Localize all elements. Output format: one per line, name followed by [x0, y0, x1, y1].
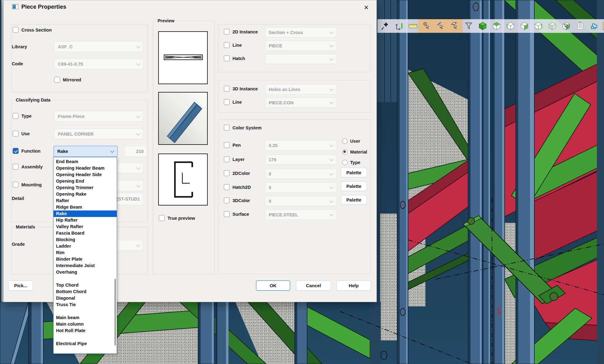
select-solid-cursor-icon[interactable] — [562, 21, 571, 31]
function-option-binder-plate[interactable]: Binder Plate — [54, 256, 117, 262]
snap-point-cursor-icon[interactable] — [422, 21, 432, 31]
cube-edge-icon[interactable] — [534, 21, 543, 31]
layer-checkbox[interactable] — [224, 156, 230, 162]
sketch-plane-cursor-icon[interactable] — [450, 21, 459, 31]
function-option-opening-header-side[interactable]: Opening Header Side — [54, 171, 117, 178]
function-select[interactable]: Rake — [54, 146, 118, 157]
library-select[interactable]: ASF_C — [54, 41, 144, 52]
hatch2d-label: Hatch2D — [232, 185, 251, 190]
pen-checkbox[interactable] — [224, 142, 230, 148]
function-option-opening-rake[interactable]: Opening Rake — [54, 191, 117, 197]
cross-section-checkbox[interactable] — [13, 27, 19, 33]
type-checkbox[interactable] — [13, 113, 19, 119]
application-window: Piece Properties ✕ Cross Section Library… — [0, 0, 604, 364]
function-option-blocking[interactable]: Blocking — [54, 236, 117, 243]
chevron-down-icon — [329, 198, 333, 202]
layer-stack-icon[interactable] — [589, 21, 599, 31]
use-select[interactable]: PANEL CORNER — [54, 128, 144, 139]
cube-outline-icon[interactable] — [506, 21, 515, 31]
shaded-cube-icon[interactable] — [548, 21, 557, 31]
mounting-checkbox[interactable] — [13, 182, 19, 188]
color-system-checkbox[interactable] — [224, 125, 230, 131]
function-dropdown[interactable]: End BeamOpening Header BeamOpening Heade… — [53, 157, 117, 354]
hatch2d-palette-button[interactable]: Palette — [341, 181, 367, 191]
close-icon[interactable]: ✕ — [360, 2, 372, 13]
function-option-truss-tie[interactable]: Truss Tie — [54, 301, 117, 308]
cube-top-face-icon[interactable] — [492, 21, 501, 31]
3d-line-select[interactable]: PIECE.CON — [265, 98, 337, 108]
filter-icon[interactable] — [464, 21, 473, 31]
radio-type[interactable] — [342, 160, 348, 165]
3d-instance-checkbox[interactable] — [224, 86, 230, 92]
2dcolor-select[interactable]: 0 — [265, 169, 337, 179]
measure-distance-icon[interactable] — [394, 21, 404, 31]
function-option-main-column[interactable]: Main column — [54, 321, 117, 327]
ruler-icon[interactable] — [408, 21, 418, 31]
3dcolor-select[interactable]: 0 — [265, 196, 337, 206]
function-option-fascia-board[interactable]: Fascia Board — [54, 230, 117, 236]
function-option-top-chord[interactable]: Top Chord — [54, 282, 117, 288]
surface-checkbox[interactable] — [224, 211, 230, 217]
code-select[interactable]: C89-41-0.75 — [54, 58, 144, 69]
pen-select[interactable]: 0.25 — [265, 140, 337, 150]
layer-select[interactable]: 179 — [265, 154, 337, 165]
2d-instance-select[interactable]: Section + Cross — [265, 27, 337, 37]
true-preview-checkbox[interactable] — [159, 215, 165, 221]
type-select[interactable]: Frame Piece — [54, 111, 144, 122]
function-number-field[interactable]: 210 — [124, 146, 147, 157]
function-option-opening-header-beam[interactable]: Opening Header Beam — [54, 165, 117, 171]
chevron-down-icon — [329, 56, 333, 60]
3dcolor-palette-button[interactable]: Palette — [341, 195, 367, 205]
chevron-down-icon — [329, 212, 333, 216]
hatch-select[interactable] — [265, 54, 337, 64]
surface-select[interactable]: PIECE.STEEL — [265, 210, 337, 220]
2d-instance-checkbox[interactable] — [224, 29, 230, 35]
sketch-line-cursor-icon[interactable] — [436, 21, 445, 31]
pushpin-icon[interactable] — [380, 21, 390, 31]
3dcolor-checkbox[interactable] — [224, 197, 230, 203]
function-option-overhang[interactable]: Overhang — [54, 269, 117, 275]
function-option-hot-roll-plate[interactable]: Hot Roll Plate — [54, 327, 117, 334]
function-option-diagonal[interactable]: Diagonal — [54, 295, 117, 301]
cancel-button[interactable]: Cancel — [296, 280, 331, 291]
radio-user[interactable] — [342, 138, 348, 144]
function-option-rafter[interactable]: Rafter — [54, 197, 117, 204]
cross-section-label: Cross Section — [21, 28, 52, 32]
function-checkbox[interactable] — [13, 148, 19, 154]
function-option-rim[interactable]: Rim — [54, 249, 117, 256]
use-checkbox[interactable] — [13, 131, 19, 136]
2dcolor-label: 2DColor — [232, 171, 250, 176]
help-button[interactable]: Help — [337, 280, 371, 291]
function-option-main-beam[interactable]: Main beam — [54, 314, 117, 321]
function-option-electrical-pipe[interactable]: Electrical Pipe — [54, 340, 117, 347]
clipboard-icon[interactable] — [602, 21, 604, 31]
function-option-hip-rafter[interactable]: Hip Rafter — [54, 217, 117, 223]
3d-instance-select[interactable]: Holes as Lines — [265, 84, 337, 94]
hatch-checkbox[interactable] — [224, 55, 230, 61]
hatch2d-checkbox[interactable] — [224, 184, 230, 190]
hatch2d-select[interactable]: 0 — [265, 182, 337, 193]
pick-button[interactable]: Pick... — [8, 280, 33, 291]
assembly-checkbox[interactable] — [13, 164, 19, 170]
solid-cube-icon[interactable] — [478, 21, 487, 31]
function-option-opening-end[interactable]: Opening End — [54, 178, 117, 184]
function-option-intermediate-joist[interactable]: Intermediate Joist — [54, 262, 117, 269]
function-option-valley-rafter[interactable]: Valley Rafter — [54, 223, 117, 230]
function-option-end-beam[interactable]: End Beam — [54, 158, 117, 165]
2d-line-select[interactable]: PIECE — [265, 41, 337, 51]
function-option-ladder[interactable]: Ladder — [54, 243, 117, 249]
function-option-bottom-chord[interactable]: Bottom Chord — [54, 288, 117, 295]
radio-material[interactable] — [342, 149, 348, 155]
function-option-rake[interactable]: Rake — [54, 210, 117, 217]
cube-right-face-icon[interactable] — [520, 21, 529, 31]
notes-icon[interactable] — [576, 21, 585, 31]
2dcolor-checkbox[interactable] — [224, 170, 230, 176]
mirrored-checkbox[interactable] — [54, 77, 60, 83]
2dcolor-palette-button[interactable]: Palette — [341, 168, 367, 177]
function-option-ridge-beam[interactable]: Ridge Beam — [54, 204, 117, 210]
2d-line-checkbox[interactable] — [224, 42, 230, 48]
dropdown-scrollbar-thumb[interactable] — [115, 279, 116, 345]
3d-line-checkbox[interactable] — [224, 99, 230, 105]
ok-button[interactable]: OK — [256, 280, 290, 291]
function-option-opening-trimmer[interactable]: Opening Trimmer — [54, 184, 117, 191]
